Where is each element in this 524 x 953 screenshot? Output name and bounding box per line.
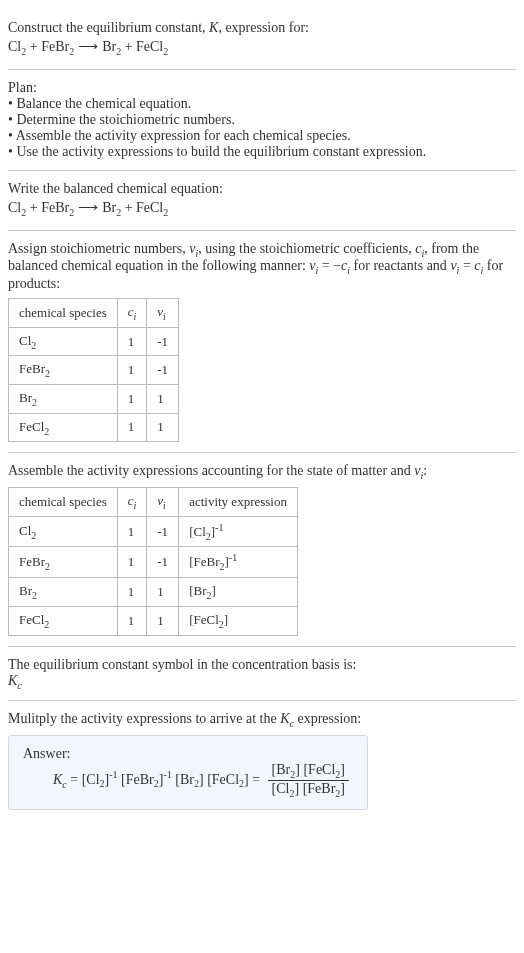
cell: -1 <box>147 547 179 578</box>
table-row: FeCl2 1 1 [FeCl2] <box>9 606 298 635</box>
answer-box: Answer: Kc = [Cl2]-1 [FeBr2]-1 [Br2] [Fe… <box>8 735 368 810</box>
cell: -1 <box>147 516 179 547</box>
col-header: chemical species <box>9 487 118 516</box>
cell: 1 <box>147 606 179 635</box>
table-row: Cl2 1 -1 [Cl2]-1 <box>9 516 298 547</box>
plan-bullet: • Balance the chemical equation. <box>8 96 516 112</box>
stoich-text: Assign stoichiometric numbers, νi, using… <box>8 241 516 293</box>
cell: 1 <box>117 606 147 635</box>
intro-text: Construct the equilibrium constant, K, e… <box>8 20 516 36</box>
plan-bullet: • Determine the stoichiometric numbers. <box>8 112 516 128</box>
kc-symbol-text: The equilibrium constant symbol in the c… <box>8 657 516 673</box>
cell: Br2 <box>9 384 118 413</box>
cell: [FeCl2] <box>179 606 298 635</box>
intro-section: Construct the equilibrium constant, K, e… <box>8 8 516 70</box>
cell: 1 <box>147 384 179 413</box>
activity-table: chemical species ci νi activity expressi… <box>8 487 298 636</box>
answer-expression: Kc = [Cl2]-1 [FeBr2]-1 [Br2] [FeCl2] = [… <box>23 762 353 799</box>
cell: [FeBr2]-1 <box>179 547 298 578</box>
col-header: ci <box>117 299 147 328</box>
final-heading: Mulitply the activity expressions to arr… <box>8 711 516 729</box>
kc-symbol-section: The equilibrium constant symbol in the c… <box>8 647 516 702</box>
cell: Cl2 <box>9 516 118 547</box>
cell: 1 <box>117 516 147 547</box>
col-header: ci <box>117 487 147 516</box>
stoich-section: Assign stoichiometric numbers, νi, using… <box>8 231 516 454</box>
cell: 1 <box>117 578 147 607</box>
cell: Br2 <box>9 578 118 607</box>
answer-label: Answer: <box>23 746 353 762</box>
table-row: Br2 1 1 <box>9 384 179 413</box>
activity-section: Assemble the activity expressions accoun… <box>8 453 516 646</box>
table-row: FeBr2 1 -1 [FeBr2]-1 <box>9 547 298 578</box>
table-row: chemical species ci νi <box>9 299 179 328</box>
col-header: activity expression <box>179 487 298 516</box>
col-header: chemical species <box>9 299 118 328</box>
cell: -1 <box>147 356 179 385</box>
cell: FeBr2 <box>9 356 118 385</box>
col-header: νi <box>147 299 179 328</box>
cell: FeCl2 <box>9 413 118 442</box>
kc-symbol: Kc <box>8 673 516 691</box>
cell: 1 <box>147 413 179 442</box>
stoich-table: chemical species ci νi Cl2 1 -1 FeBr2 1 … <box>8 298 179 442</box>
cell: 1 <box>117 413 147 442</box>
cell: -1 <box>147 327 179 356</box>
table-row: Cl2 1 -1 <box>9 327 179 356</box>
col-header: νi <box>147 487 179 516</box>
cell: 1 <box>117 327 147 356</box>
plan-bullet: • Assemble the activity expression for e… <box>8 128 516 144</box>
plan-heading: Plan: <box>8 80 516 96</box>
table-row: chemical species ci νi activity expressi… <box>9 487 298 516</box>
cell: [Cl2]-1 <box>179 516 298 547</box>
table-row: FeCl2 1 1 <box>9 413 179 442</box>
cell: FeBr2 <box>9 547 118 578</box>
final-section: Mulitply the activity expressions to arr… <box>8 701 516 819</box>
cell: Cl2 <box>9 327 118 356</box>
cell: 1 <box>117 356 147 385</box>
table-row: Br2 1 1 [Br2] <box>9 578 298 607</box>
table-row: FeBr2 1 -1 <box>9 356 179 385</box>
cell: FeCl2 <box>9 606 118 635</box>
cell: 1 <box>147 578 179 607</box>
balanced-section: Write the balanced chemical equation: Cl… <box>8 171 516 231</box>
activity-heading: Assemble the activity expressions accoun… <box>8 463 516 481</box>
balanced-equation: Cl2 + FeBr2⟶Br2 + FeCl2 <box>8 199 516 218</box>
plan-bullet: • Use the activity expressions to build … <box>8 144 516 160</box>
plan-section: Plan: • Balance the chemical equation. •… <box>8 70 516 171</box>
intro-equation: Cl2 + FeBr2⟶Br2 + FeCl2 <box>8 38 516 57</box>
cell: [Br2] <box>179 578 298 607</box>
balanced-heading: Write the balanced chemical equation: <box>8 181 516 197</box>
cell: 1 <box>117 547 147 578</box>
cell: 1 <box>117 384 147 413</box>
